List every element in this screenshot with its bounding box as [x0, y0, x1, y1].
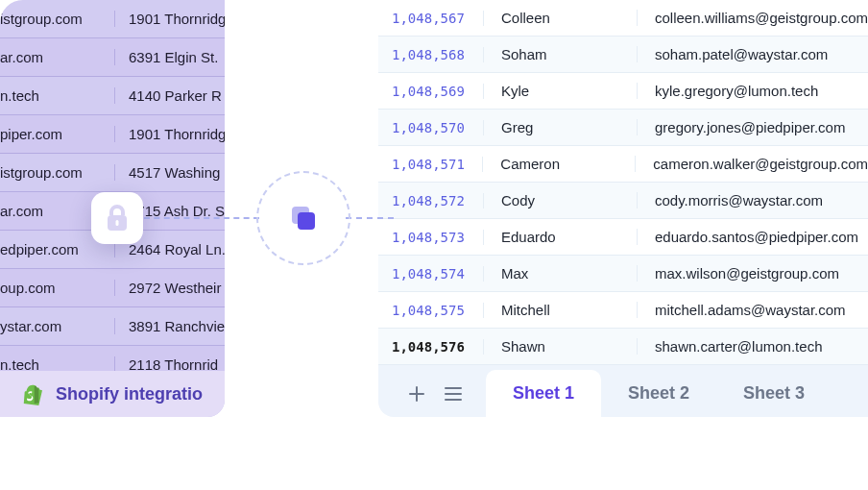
row-name-cell: Cameron — [483, 156, 636, 172]
row-name-cell: Shawn — [484, 338, 638, 355]
row-name-cell: Soham — [484, 46, 638, 62]
source-email-cell: istgroup.com — [0, 11, 115, 27]
row-id-cell: 1,048,575 — [378, 303, 484, 318]
row-email-cell: cody.morris@waystar.com — [638, 192, 868, 208]
plus-icon[interactable] — [407, 384, 426, 404]
spreadsheet-table: 1,048,567Colleencolleen.williams@geistgr… — [378, 0, 868, 365]
source-address-cell: 3891 Ranchvie — [115, 318, 225, 334]
spreadsheet-row[interactable]: 1,048,576Shawnshawn.carter@lumon.tech — [378, 329, 868, 365]
source-address-cell: 6391 Elgin St. — [115, 49, 225, 65]
row-email-cell: mitchell.adams@waystar.com — [638, 302, 868, 318]
source-address-cell: 1901 Thornridg — [115, 11, 225, 27]
svg-rect-1 — [116, 220, 119, 226]
spreadsheet-row[interactable]: 1,048,569Kylekyle.gregory@lumon.tech — [378, 73, 868, 110]
sheet-tab[interactable]: Sheet 3 — [716, 370, 832, 417]
source-row[interactable]: istgroup.com1901 Thornridg — [0, 0, 225, 38]
source-address-cell: 1901 Thornridg — [115, 126, 225, 142]
shopify-icon — [21, 382, 42, 405]
lock-icon — [105, 204, 130, 233]
source-email-cell: istgroup.com — [0, 164, 115, 181]
row-id-cell: 1,048,569 — [378, 84, 484, 99]
row-name-cell: Cody — [484, 192, 638, 208]
source-row[interactable]: istgroup.com4517 Washing — [0, 154, 225, 192]
source-row[interactable]: n.tech4140 Parker R — [0, 77, 225, 115]
source-row[interactable]: ystar.com3891 Ranchvie — [0, 307, 225, 346]
source-email-cell: n.tech — [0, 87, 115, 104]
source-address-cell: 4140 Parker R — [115, 87, 225, 104]
source-email-cell: ystar.com — [0, 318, 115, 334]
source-email-cell: oup.com — [0, 280, 115, 296]
source-email-cell: piper.com — [0, 126, 115, 142]
row-name-cell: Eduardo — [484, 229, 638, 245]
spreadsheet-panel: 1,048,567Colleencolleen.williams@geistgr… — [378, 0, 868, 417]
copy-icon — [287, 202, 320, 234]
row-id-cell: 1,048,568 — [378, 47, 484, 62]
row-email-cell: soham.patel@waystar.com — [638, 46, 868, 62]
spreadsheet-row[interactable]: 1,048,572Codycody.morris@waystar.com — [378, 183, 868, 219]
spreadsheet-row[interactable]: 1,048,570Greggregory.jones@piedpiper.com — [378, 110, 868, 146]
row-name-cell: Mitchell — [484, 302, 638, 318]
row-id-cell: 1,048,574 — [378, 266, 484, 282]
row-email-cell: max.wilson@geistgroup.com — [638, 265, 868, 282]
spreadsheet-row[interactable]: 1,048,571Cameroncameron.walker@geistgrou… — [378, 146, 868, 183]
copy-orb — [264, 179, 343, 257]
row-email-cell: gregory.jones@piedpiper.com — [638, 119, 868, 135]
row-email-cell: shawn.carter@lumon.tech — [638, 338, 868, 355]
shopify-integration-label: Shopify integratio — [56, 384, 203, 404]
sheet-tab[interactable]: Sheet 1 — [486, 370, 601, 417]
row-name-cell: Colleen — [484, 10, 638, 26]
row-name-cell: Kyle — [484, 83, 638, 99]
sheet-tools — [378, 384, 486, 417]
spreadsheet-row[interactable]: 1,048,574Maxmax.wilson@geistgroup.com — [378, 256, 868, 292]
source-address-cell: 4517 Washing — [115, 164, 225, 181]
row-email-cell: colleen.williams@geistgroup.com — [638, 10, 868, 26]
connector-line-left — [144, 217, 259, 219]
sheet-tab[interactable]: Sheet 2 — [601, 370, 716, 417]
row-name-cell: Greg — [484, 119, 638, 135]
row-id-cell: 1,048,570 — [378, 120, 484, 135]
spreadsheet-row[interactable]: 1,048,567Colleencolleen.williams@geistgr… — [378, 0, 868, 37]
source-row[interactable]: piper.com1901 Thornridg — [0, 115, 225, 154]
source-email-cell: ar.com — [0, 49, 115, 65]
row-email-cell: kyle.gregory@lumon.tech — [638, 83, 868, 99]
row-email-cell: eduardo.santos@piedpiper.com — [638, 229, 868, 245]
row-id-cell: 1,048,567 — [378, 11, 484, 26]
source-row[interactable]: oup.com2972 Westheir — [0, 269, 225, 307]
row-id-cell: 1,048,572 — [378, 193, 484, 208]
spreadsheet-row[interactable]: 1,048,573Eduardoeduardo.santos@piedpiper… — [378, 219, 868, 256]
row-name-cell: Max — [484, 265, 638, 282]
source-email-cell: edpiper.com — [0, 241, 115, 257]
row-id-cell: 1,048,576 — [378, 339, 484, 355]
lock-badge — [91, 192, 143, 244]
row-id-cell: 1,048,573 — [378, 230, 484, 245]
sheet-tab-bar: Sheet 1Sheet 2Sheet 3 — [378, 365, 868, 417]
svg-rect-3 — [298, 212, 315, 230]
connector-line-right — [346, 217, 394, 219]
source-address-cell: 2972 Westheir — [115, 280, 225, 296]
row-email-cell: cameron.walker@geistgroup.com — [636, 156, 868, 172]
menu-icon[interactable] — [444, 385, 463, 403]
row-id-cell: 1,048,571 — [378, 157, 483, 172]
spreadsheet-row[interactable]: 1,048,568Sohamsoham.patel@waystar.com — [378, 37, 868, 73]
source-row[interactable]: ar.com6391 Elgin St. — [0, 38, 225, 77]
shopify-integration-footer[interactable]: Shopify integratio — [0, 371, 225, 417]
spreadsheet-row[interactable]: 1,048,575Mitchellmitchell.adams@waystar.… — [378, 292, 868, 329]
